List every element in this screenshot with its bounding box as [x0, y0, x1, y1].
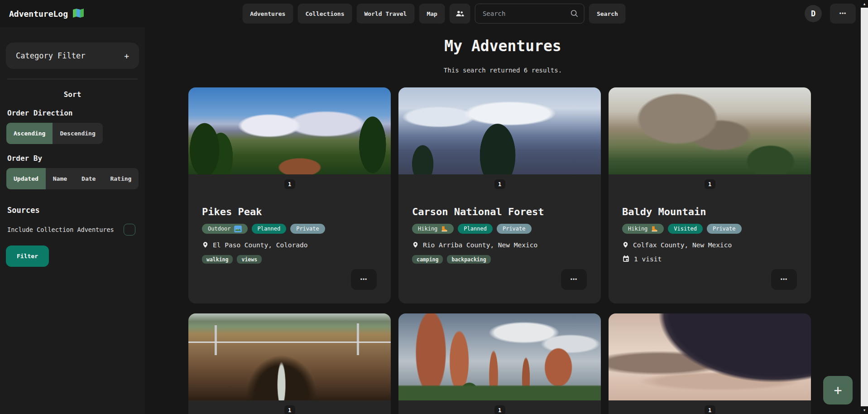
- search-field-wrap: [475, 4, 585, 24]
- adventure-photo: [188, 87, 391, 174]
- tag: walking: [202, 255, 233, 264]
- order-by-name-button[interactable]: Name: [46, 168, 74, 189]
- status-badge: Visited: [668, 224, 703, 234]
- badge-row: Outdoor Planned Private: [202, 224, 377, 234]
- category-badge: Hiking: [622, 224, 664, 234]
- sidebar-divider: [7, 79, 138, 79]
- location-row: Rio Arriba County, New Mexico: [412, 241, 587, 249]
- nav-collections-button[interactable]: Collections: [297, 4, 352, 24]
- order-by-rating-button[interactable]: Rating: [103, 168, 139, 189]
- adventure-card: 1 Baldy Mountain Hiking Visited Private: [609, 87, 811, 303]
- card-menu-button[interactable]: •••: [771, 269, 797, 290]
- location-row: Colfax County, New Mexico: [622, 241, 797, 249]
- card-menu-button[interactable]: •••: [351, 269, 377, 290]
- search-input[interactable]: [475, 4, 585, 24]
- tag: backpacking: [447, 255, 490, 264]
- tag-row: camping backpacking: [412, 255, 587, 264]
- category-badge: Outdoor: [202, 224, 248, 234]
- adventure-grid: 1 Pikes Peak Outdoor Planned Private: [188, 87, 861, 414]
- navbar-right: D •••: [805, 4, 856, 24]
- include-collection-row: Include Collection Adventures: [7, 224, 139, 236]
- scroll-up-button[interactable]: ▲: [861, 0, 868, 8]
- adventure-title-link[interactable]: Pikes Peak: [202, 206, 377, 217]
- location-text: Rio Arriba County, New Mexico: [423, 241, 537, 249]
- badge-row: Hiking Planned Private: [412, 224, 587, 234]
- app-title: AdventureLog: [9, 9, 68, 19]
- results-count-text: This search returned 6 results.: [145, 67, 861, 74]
- apply-filter-button[interactable]: Filter: [6, 246, 49, 267]
- include-collection-checkbox[interactable]: [124, 224, 135, 236]
- order-by-updated-button[interactable]: Updated: [6, 168, 46, 189]
- filter-sidebar: Category Filter + Sort Order Direction A…: [0, 27, 145, 414]
- nav-map-button[interactable]: Map: [419, 4, 445, 24]
- order-direction-group: Ascending Descending: [6, 123, 103, 144]
- order-ascending-button[interactable]: Ascending: [6, 123, 53, 144]
- visibility-badge: Private: [707, 224, 742, 234]
- location-pin-icon: [202, 241, 209, 249]
- sources-heading: Sources: [7, 206, 139, 215]
- sort-heading: Sort: [6, 90, 139, 99]
- category-filter-label: Category Filter: [16, 51, 86, 60]
- location-text: El Paso County, Colorado: [213, 241, 308, 249]
- map-logo-icon: [72, 8, 84, 19]
- nav-adventures-button[interactable]: Adventures: [242, 4, 293, 24]
- status-badge: Planned: [252, 224, 287, 234]
- hiking-boot-emoji-icon: [441, 226, 448, 232]
- shared-users-button[interactable]: [450, 4, 470, 24]
- ellipsis-icon: •••: [571, 276, 578, 283]
- order-descending-button[interactable]: Descending: [53, 123, 102, 144]
- category-badge: Hiking: [412, 224, 454, 234]
- add-adventure-button[interactable]: +: [823, 376, 853, 404]
- users-group-icon: [455, 10, 465, 17]
- navbar: AdventureLog Adventures Collections Worl…: [0, 0, 868, 27]
- plus-icon: +: [834, 382, 842, 398]
- scroll-down-button[interactable]: ▼: [861, 406, 868, 414]
- location-pin-icon: [622, 241, 629, 249]
- scrollbar[interactable]: ▲ ▼: [861, 0, 868, 414]
- image-count-badge: 1: [284, 179, 295, 189]
- order-by-group: Updated Name Date Rating: [6, 168, 139, 189]
- adventure-title-link[interactable]: Baldy Mountain: [622, 206, 797, 217]
- visit-count-text: 1 visit: [634, 255, 662, 263]
- search-button[interactable]: Search: [589, 4, 626, 24]
- badge-row: Hiking Visited Private: [622, 224, 797, 234]
- adventure-card: 1: [188, 313, 391, 414]
- user-avatar[interactable]: D: [805, 5, 822, 22]
- nav-world-travel-button[interactable]: World Travel: [357, 4, 415, 24]
- calendar-icon: [622, 255, 630, 263]
- status-badge: Planned: [458, 224, 493, 234]
- image-count-badge: 1: [494, 405, 505, 414]
- tag: views: [237, 255, 262, 264]
- adventure-photo: [398, 313, 601, 400]
- app-logo[interactable]: AdventureLog: [9, 8, 84, 19]
- tag-row: walking views: [202, 255, 377, 264]
- location-row: El Paso County, Colorado: [202, 241, 377, 249]
- card-menu-button[interactable]: •••: [561, 269, 587, 290]
- adventure-card: 1 Pikes Peak Outdoor Planned Private: [188, 87, 391, 303]
- ellipsis-icon: •••: [781, 276, 788, 283]
- national-park-emoji-icon: [234, 226, 242, 232]
- card-body: Pikes Peak Outdoor Planned Private: [188, 206, 391, 264]
- hiking-boot-emoji-icon: [651, 226, 658, 232]
- adventure-card: 1: [398, 313, 601, 414]
- adventure-card: 1 Carson National Forest Hiking Planned …: [398, 87, 601, 303]
- navbar-more-button[interactable]: •••: [830, 4, 856, 24]
- adventure-photo: [398, 87, 601, 174]
- visibility-badge: Private: [497, 224, 532, 234]
- nav-menu: Adventures Collections World Travel Map …: [242, 4, 626, 24]
- adventure-title-link[interactable]: Carson National Forest: [412, 206, 587, 217]
- location-pin-icon: [412, 241, 419, 249]
- scrollbar-track[interactable]: [861, 8, 868, 406]
- location-text: Colfax County, New Mexico: [633, 241, 732, 249]
- main-content: My Adventures This search returned 6 res…: [145, 27, 861, 414]
- adventure-photo: [188, 313, 391, 400]
- tag: camping: [412, 255, 443, 264]
- category-filter-toggle[interactable]: Category Filter +: [6, 43, 139, 69]
- include-collection-label: Include Collection Adventures: [7, 226, 114, 233]
- ellipsis-icon: •••: [360, 276, 368, 283]
- order-by-date-button[interactable]: Date: [74, 168, 103, 189]
- image-count-badge: 1: [705, 179, 715, 189]
- image-count-badge: 1: [284, 405, 295, 414]
- image-count-badge: 1: [705, 405, 715, 414]
- adventure-photo: [609, 313, 811, 400]
